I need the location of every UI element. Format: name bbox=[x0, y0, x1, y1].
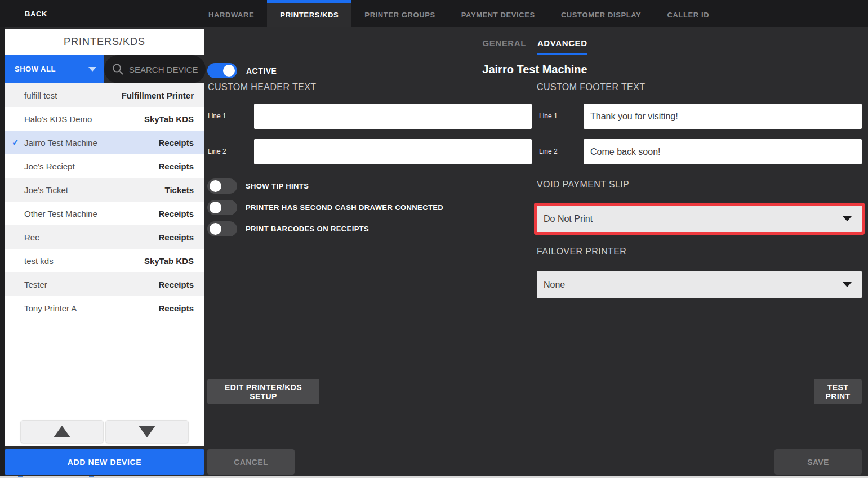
device-list: fulfill test Fulfillment Printer Halo's … bbox=[5, 83, 204, 417]
nav-tab-printer-groups[interactable]: PRINTER GROUPS bbox=[351, 0, 448, 27]
scroll-down-button[interactable] bbox=[105, 420, 189, 443]
nav-tab-printers-kds[interactable]: PRINTERS/KDS bbox=[267, 0, 351, 27]
nav-tab-customer-display[interactable]: CUSTOMER DISPLAY bbox=[548, 0, 655, 27]
bottom-tick bbox=[18, 476, 23, 477]
triangle-up-icon bbox=[54, 426, 70, 437]
footer-line2-label: Line 2 bbox=[539, 148, 558, 155]
toggle-knob-icon bbox=[210, 180, 221, 192]
header-line2-label: Line 2 bbox=[208, 148, 226, 155]
tab-advanced[interactable]: ADVANCED bbox=[537, 38, 587, 55]
device-row[interactable]: Joe's Ticket Tickets bbox=[5, 178, 204, 202]
nav-tab-caller-id[interactable]: CALLER ID bbox=[654, 0, 722, 27]
header-line1-input[interactable] bbox=[254, 104, 532, 129]
device-name: Joe's Reciept bbox=[24, 162, 158, 171]
device-name: test kds bbox=[24, 256, 144, 266]
tab-general[interactable]: GENERAL bbox=[482, 38, 526, 55]
test-print-button[interactable]: TEST PRINT bbox=[814, 379, 862, 404]
device-type: SkyTab KDS bbox=[144, 114, 194, 124]
device-type: Receipts bbox=[158, 162, 194, 171]
device-row-selected[interactable]: ✓ Jairro Test Machine Receipts bbox=[5, 131, 204, 154]
toggle-knob-icon bbox=[223, 65, 235, 77]
dropdown-arrow-icon bbox=[843, 216, 852, 221]
device-row[interactable]: Other Test Machine Receipts bbox=[5, 202, 204, 225]
device-type: Receipts bbox=[158, 303, 194, 313]
left-gutter bbox=[0, 27, 5, 478]
nav-tab-hardware[interactable]: HARDWARE bbox=[195, 0, 267, 27]
device-type: Receipts bbox=[158, 209, 194, 218]
active-toggle[interactable] bbox=[207, 63, 237, 78]
device-row[interactable]: Rec Receipts bbox=[5, 225, 204, 249]
second-cash-drawer-toggle[interactable] bbox=[207, 200, 237, 215]
device-row[interactable]: Tony Printer A Receipts bbox=[5, 296, 204, 320]
second-cash-drawer-label: PRINTER HAS SECOND CASH DRAWER CONNECTED bbox=[246, 203, 443, 212]
failover-printer-title: FAILOVER PRINTER bbox=[537, 247, 626, 257]
search-icon bbox=[111, 62, 124, 76]
filter-label: SHOW ALL bbox=[15, 65, 56, 73]
device-name: Joe's Ticket bbox=[24, 185, 165, 195]
device-type: Receipts bbox=[158, 138, 194, 148]
check-icon: ✓ bbox=[12, 137, 19, 148]
device-name: Rec bbox=[24, 233, 158, 242]
show-tip-hints-toggle[interactable] bbox=[207, 178, 237, 194]
footer-line2-input[interactable] bbox=[584, 139, 862, 164]
custom-footer-title: CUSTOM FOOTER TEXT bbox=[537, 82, 645, 92]
void-payment-slip-dropdown[interactable]: Do Not Print bbox=[537, 206, 862, 232]
active-toggle-row: ACTIVE bbox=[207, 63, 277, 78]
device-type: Tickets bbox=[165, 185, 194, 195]
device-name: Tony Printer A bbox=[24, 303, 158, 313]
bottom-tick bbox=[89, 476, 94, 477]
footer-line1-input[interactable] bbox=[584, 104, 862, 129]
top-nav: BACK HARDWARE PRINTERS/KDS PRINTER GROUP… bbox=[0, 0, 868, 27]
device-type: Receipts bbox=[158, 233, 194, 242]
failover-printer-value: None bbox=[544, 280, 843, 290]
filter-dropdown[interactable]: SHOW ALL bbox=[5, 55, 104, 83]
print-barcodes-label: PRINT BARCODES ON RECEIPTS bbox=[246, 225, 369, 233]
failover-printer-dropdown[interactable]: None bbox=[537, 271, 862, 298]
bottom-edge-strip bbox=[0, 476, 868, 478]
sidebar-title: PRINTERS/KDS bbox=[5, 29, 204, 55]
nav-tabs: HARDWARE PRINTERS/KDS PRINTER GROUPS PAY… bbox=[195, 0, 722, 27]
void-payment-slip-value: Do Not Print bbox=[544, 214, 843, 224]
print-barcodes-toggle[interactable] bbox=[207, 221, 237, 236]
cancel-button[interactable]: CANCEL bbox=[207, 449, 295, 475]
triangle-down-icon bbox=[139, 426, 155, 437]
second-cash-drawer-row: PRINTER HAS SECOND CASH DRAWER CONNECTED bbox=[207, 200, 443, 215]
device-name: fulfill test bbox=[24, 91, 122, 100]
toggle-knob-icon bbox=[210, 223, 221, 235]
active-toggle-label: ACTIVE bbox=[246, 66, 277, 75]
back-button[interactable]: BACK bbox=[25, 0, 47, 27]
show-tip-hints-label: SHOW TIP HINTS bbox=[246, 182, 309, 190]
device-row[interactable]: Tester Receipts bbox=[5, 272, 204, 296]
device-type: SkyTab KDS bbox=[144, 256, 194, 266]
device-name: Jairro Test Machine bbox=[24, 138, 158, 148]
print-barcodes-row: PRINT BARCODES ON RECEIPTS bbox=[207, 221, 369, 236]
device-row[interactable]: test kds SkyTab KDS bbox=[5, 249, 204, 272]
void-payment-slip-title: VOID PAYMENT SLIP bbox=[537, 180, 629, 190]
search-device-box[interactable] bbox=[104, 55, 206, 83]
header-line2-input[interactable] bbox=[254, 139, 532, 164]
device-name: Other Test Machine bbox=[24, 209, 158, 218]
list-pager bbox=[5, 417, 204, 446]
detail-tabs: GENERAL ADVANCED bbox=[207, 38, 862, 55]
save-button[interactable]: SAVE bbox=[774, 449, 862, 475]
search-input[interactable] bbox=[128, 64, 202, 75]
scroll-up-button[interactable] bbox=[20, 420, 104, 443]
add-new-device-button[interactable]: ADD NEW DEVICE bbox=[5, 449, 204, 475]
chevron-down-icon bbox=[88, 67, 96, 72]
custom-header-title: CUSTOM HEADER TEXT bbox=[208, 82, 316, 92]
toggle-knob-icon bbox=[210, 202, 221, 213]
device-name: Tester bbox=[24, 280, 158, 289]
header-line1-label: Line 1 bbox=[208, 112, 226, 120]
device-row[interactable]: Joe's Reciept Receipts bbox=[5, 154, 204, 178]
device-name: Halo's KDS Demo bbox=[24, 114, 144, 124]
dropdown-arrow-icon bbox=[843, 282, 852, 287]
edit-printer-kds-setup-button[interactable]: EDIT PRINTER/KDS SETUP bbox=[207, 379, 319, 404]
nav-tab-payment-devices[interactable]: PAYMENT DEVICES bbox=[448, 0, 548, 27]
footer-line1-label: Line 1 bbox=[539, 112, 558, 120]
device-type: Receipts bbox=[158, 280, 194, 289]
device-title: Jairro Test Machine bbox=[207, 63, 862, 76]
device-row[interactable]: fulfill test Fulfillment Printer bbox=[5, 83, 204, 107]
device-type: Fulfillment Printer bbox=[122, 91, 194, 100]
show-tip-hints-row: SHOW TIP HINTS bbox=[207, 178, 309, 194]
device-row[interactable]: Halo's KDS Demo SkyTab KDS bbox=[5, 107, 204, 131]
